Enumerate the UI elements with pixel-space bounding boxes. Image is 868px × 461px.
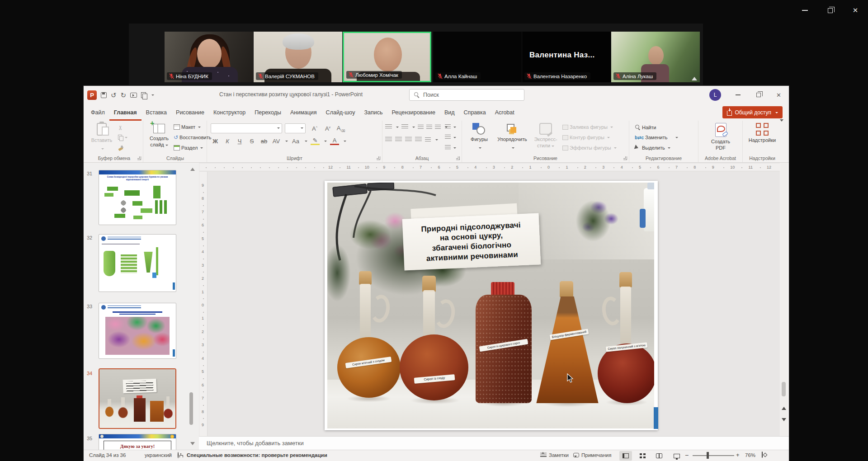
- customize-qat-chevron-icon[interactable]: [151, 94, 154, 97]
- italic-button[interactable]: К: [223, 138, 232, 145]
- slideshow-view-button[interactable]: [670, 451, 683, 461]
- accessibility-status[interactable]: Специальные возможности: проверьте реком…: [187, 452, 327, 458]
- strikethrough-button[interactable]: S: [247, 138, 256, 145]
- os-minimize-button[interactable]: [792, 0, 817, 21]
- tab-home[interactable]: Главная: [109, 104, 142, 121]
- paragraph-dialog-launcher[interactable]: [456, 156, 460, 160]
- notes-pane[interactable]: Щелкните, чтобы добавить заметки: [199, 436, 789, 450]
- tab-animations[interactable]: Анимация: [286, 104, 321, 121]
- change-case-button[interactable]: Aa: [291, 138, 300, 145]
- shrink-font-button[interactable]: Av: [323, 125, 332, 132]
- start-slideshow-icon[interactable]: [130, 93, 137, 98]
- font-size-combo[interactable]: [285, 123, 306, 133]
- account-avatar[interactable]: L: [709, 89, 721, 101]
- copy-icon[interactable]: [141, 92, 146, 98]
- format-painter-button[interactable]: [118, 145, 123, 151]
- normal-view-button[interactable]: [619, 451, 632, 461]
- shape-effects-button[interactable]: Эффекты фигуры: [562, 145, 617, 151]
- replace-button[interactable]: b⇄cЗаменить: [635, 135, 678, 140]
- vertical-scrollbar[interactable]: [780, 163, 787, 436]
- tab-record[interactable]: Запись: [359, 104, 387, 121]
- slide-position[interactable]: Слайд 34 из 36: [89, 452, 126, 458]
- notes-toggle-button[interactable]: Заметки: [540, 452, 569, 458]
- align-center-icon[interactable]: [395, 137, 402, 142]
- window-restore-button[interactable]: [748, 86, 769, 104]
- panel-scrollbar-thumb[interactable]: [189, 392, 193, 425]
- panel-scroll-up-icon[interactable]: [190, 165, 195, 171]
- zoom-level[interactable]: 76%: [745, 452, 755, 458]
- decrease-indent-icon[interactable]: [418, 125, 424, 130]
- slide-thumbnail-35[interactable]: Дякую за увагу!: [99, 434, 176, 450]
- reading-view-button[interactable]: [653, 451, 665, 461]
- slide-thumbnail-33[interactable]: [99, 303, 176, 359]
- participant-tile-alla-camera-off[interactable]: Алла Кайнаш: [433, 32, 522, 82]
- tab-transitions[interactable]: Переходы: [250, 104, 286, 121]
- previous-slide-button[interactable]: [782, 405, 786, 410]
- font-name-combo[interactable]: [211, 123, 282, 133]
- tab-acrobat[interactable]: Acrobat: [491, 104, 519, 121]
- layout-button[interactable]: Макет: [174, 124, 201, 130]
- drawing-dialog-launcher[interactable]: [623, 156, 627, 160]
- bullets-icon[interactable]: [385, 124, 392, 130]
- cut-button[interactable]: ✂: [118, 124, 123, 131]
- character-spacing-button[interactable]: AV: [272, 138, 281, 145]
- tab-review[interactable]: Рецензирование: [387, 104, 440, 121]
- collapse-ribbon-chevron-icon[interactable]: [780, 119, 783, 123]
- clear-formatting-button[interactable]: A⌫: [336, 125, 345, 133]
- align-right-icon[interactable]: [405, 137, 412, 142]
- next-slide-button[interactable]: [782, 418, 786, 423]
- addins-button[interactable]: Надстройки: [743, 123, 782, 144]
- window-minimize-button[interactable]: [728, 86, 748, 104]
- align-left-icon[interactable]: [385, 137, 392, 142]
- slide-thumbnail-31[interactable]: Схема безвідходної переробки цукрових бу…: [99, 170, 176, 225]
- shape-outline-button[interactable]: Контур фигуры: [562, 135, 610, 140]
- highlight-color-button[interactable]: ✎: [311, 137, 320, 145]
- zoom-out-button[interactable]: −: [685, 452, 689, 459]
- shape-fill-button[interactable]: Заливка фигуры: [562, 124, 613, 130]
- font-dialog-launcher[interactable]: [377, 156, 380, 160]
- tab-insert[interactable]: Вставка: [142, 104, 171, 121]
- convert-smartart-icon[interactable]: [445, 145, 451, 150]
- select-button[interactable]: Выделить: [635, 145, 670, 151]
- new-slide-button[interactable]: Создать слайд: [146, 123, 172, 148]
- tab-help[interactable]: Справка: [459, 104, 491, 121]
- redo-icon[interactable]: ↻: [121, 92, 127, 99]
- increase-indent-icon[interactable]: [426, 125, 432, 130]
- text-direction-icon[interactable]: [445, 124, 451, 129]
- line-spacing-icon[interactable]: [435, 125, 441, 130]
- vertical-ruler[interactable]: 9876543210123456789: [199, 172, 208, 436]
- panel-scroll-down-icon[interactable]: [190, 442, 195, 447]
- strip-collapse-chevron-icon[interactable]: [692, 74, 697, 80]
- align-text-icon[interactable]: [445, 135, 451, 140]
- grow-font-button[interactable]: A^: [310, 125, 319, 132]
- zoom-in-button[interactable]: +: [736, 452, 740, 458]
- quick-styles-button[interactable]: Экспресс- стили: [533, 123, 559, 149]
- os-close-button[interactable]: ✕: [843, 0, 868, 21]
- scrollbar-thumb[interactable]: [782, 382, 786, 396]
- zoom-slider-thumb[interactable]: [707, 452, 709, 459]
- tab-draw[interactable]: Рисование: [171, 104, 209, 121]
- numbering-icon[interactable]: [401, 124, 408, 130]
- find-button[interactable]: Найти: [635, 124, 656, 130]
- slide-sorter-view-button[interactable]: [636, 451, 649, 461]
- share-button[interactable]: Общий доступ: [722, 106, 783, 118]
- zoom-slider-track[interactable]: [693, 455, 734, 456]
- justify-icon[interactable]: [415, 137, 422, 142]
- arrange-button[interactable]: Упорядочить: [494, 123, 531, 151]
- shapes-button[interactable]: Фигуры: [467, 123, 492, 151]
- participant-tile-valeriy[interactable]: Валерій СУКМАНОВ: [254, 32, 342, 82]
- tab-view[interactable]: Вид: [440, 104, 459, 121]
- slide-canvas[interactable]: Природні підсолоджувачі на основі цукру,…: [325, 181, 658, 430]
- section-button[interactable]: Раздел: [174, 145, 203, 151]
- reset-button[interactable]: ↺Восстановить: [174, 135, 212, 140]
- underline-button[interactable]: Ч: [235, 138, 244, 145]
- slide-thumbnail-32[interactable]: [99, 234, 176, 292]
- tab-slideshow[interactable]: Слайд-шоу: [321, 104, 360, 121]
- copy-button[interactable]: [118, 135, 127, 140]
- search-input[interactable]: Поиск: [409, 89, 524, 101]
- comments-toggle-button[interactable]: Примечания: [573, 452, 611, 458]
- horizontal-ruler[interactable]: 1211109876543210123456789101112: [199, 164, 780, 171]
- language-indicator[interactable]: украинский: [145, 452, 172, 458]
- font-color-button[interactable]: A: [330, 137, 339, 145]
- tab-design[interactable]: Конструктор: [209, 104, 250, 121]
